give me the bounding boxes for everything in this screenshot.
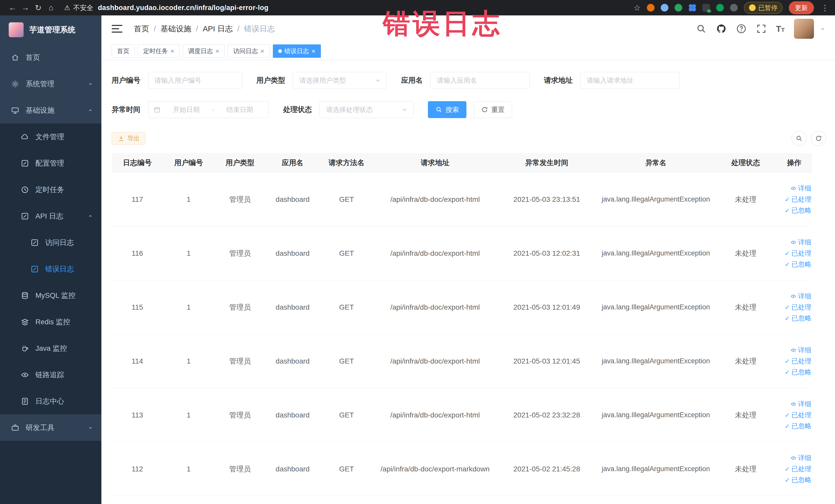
close-icon[interactable]: × [216,48,219,55]
sidebar-toggle-icon[interactable] [111,25,122,33]
browser-reload-icon[interactable]: ↻ [32,3,45,13]
cell-log-id: 112 [111,465,163,473]
sidebar-item-file-management[interactable]: 文件管理 [0,123,101,150]
tabs-bar: 首页 定时任务 × 调度日志 × 访问日志 × 错误日志 × [101,42,835,60]
date-range-picker[interactable]: 开始日期 - 结束日期 [148,101,269,118]
calendar-icon [154,106,161,113]
ignored-link[interactable]: ✓已忽略 [785,314,811,323]
tab-label: 错误日志 [284,47,309,55]
ignored-link[interactable]: ✓已忽略 [785,422,811,430]
tab-dispatch-logs[interactable]: 调度日志 × [183,44,225,58]
sidebar-item-access-logs[interactable]: 访问日志 [0,229,101,256]
reset-button[interactable]: 重置 [474,101,512,118]
extension-icon-4[interactable] [688,4,696,12]
table-row: 115 1 管理员 dashboard GET /api/infra/db-do… [111,280,812,334]
tab-access-logs[interactable]: 访问日志 × [228,44,269,58]
sidebar-item-infrastructure[interactable]: 基础设施 [0,97,101,123]
close-icon[interactable]: × [170,48,174,55]
security-chip[interactable]: ⚠ 不安全 [64,3,93,12]
avatar[interactable] [794,19,814,39]
extension-icon-6[interactable] [716,4,724,12]
sidebar-item-config-management[interactable]: 配置管理 [0,150,101,176]
tab-error-logs[interactable]: 错误日志 × [273,44,321,58]
select-placeholder: 请选择用户类型 [299,76,346,85]
help-icon[interactable] [736,23,747,34]
toggle-search-button[interactable] [792,131,807,146]
sidebar-item-dev-tools[interactable]: 研发工具 [0,415,101,441]
start-date-field[interactable]: 开始日期 [163,105,210,114]
app-name-input[interactable] [430,72,530,89]
paused-extension-button[interactable]: 已暂停 [744,2,782,14]
close-icon[interactable]: × [260,48,264,55]
export-button-label: 导出 [127,134,140,142]
ignored-link[interactable]: ✓已忽略 [785,260,811,269]
cell-status: 未处理 [715,302,776,312]
address-bar[interactable]: dashboard.yudao.iocoder.cn/infra/log/api… [98,4,268,12]
github-icon[interactable] [716,23,727,34]
close-icon[interactable]: × [312,48,315,55]
refresh-table-button[interactable] [811,131,826,146]
sidebar-item-home[interactable]: 首页 [0,44,101,70]
detail-link[interactable]: 详细 [790,292,811,301]
browser-home-icon[interactable]: ⌂ [45,3,58,12]
browser-back-icon[interactable]: ← [6,3,19,12]
process-status-select[interactable]: 请选择处理状态 [320,101,413,118]
processed-link[interactable]: ✓已处理 [785,303,811,312]
request-url-input[interactable] [581,72,679,89]
processed-link[interactable]: ✓已处理 [785,464,811,473]
user-type-select[interactable]: 请选择用户类型 [293,72,387,89]
tab-scheduled-jobs[interactable]: 定时任务 × [138,44,180,58]
export-button[interactable]: 导出 [111,132,145,145]
cell-log-id: 114 [111,357,163,365]
detail-link[interactable]: 详细 [790,453,811,462]
sidebar-item-api-logs[interactable]: API 日志 [0,203,101,229]
cell-actions: 详细 ✓已处理 ✓已忽略 [776,400,812,430]
extension-icon-7[interactable] [730,4,738,12]
search-button[interactable]: 搜索 [428,101,466,118]
processed-link[interactable]: ✓已处理 [785,249,811,258]
search-icon[interactable] [696,23,707,34]
detail-link[interactable]: 详细 [790,400,811,408]
user-id-input[interactable] [148,72,242,89]
ignored-link[interactable]: ✓已忽略 [785,368,811,377]
detail-link[interactable]: 详细 [790,238,811,247]
cell-request-url: /api/infra/db-doc/export-html [373,303,497,311]
sidebar-item-trace[interactable]: 链路追踪 [0,362,101,388]
processed-link[interactable]: ✓已处理 [785,195,811,204]
extension-icon-3[interactable] [675,4,682,12]
extension-icon-5[interactable] [702,4,710,12]
tab-home[interactable]: 首页 [111,44,135,58]
detail-link[interactable]: 详细 [790,346,811,355]
sidebar-item-system-management[interactable]: 系统管理 [0,70,101,97]
sidebar-item-mysql-monitor[interactable]: MySQL 监控 [0,282,101,309]
extension-icon-1[interactable] [647,4,655,12]
error-log-table: 日志编号 用户编号 用户类型 应用名 请求方法名 请求地址 异常发生时间 异常名… [111,153,812,496]
app-logo-image [9,22,24,37]
browser-menu-icon[interactable]: ⋮ [821,3,829,12]
avatar-caret-icon[interactable] [820,26,826,32]
end-date-field[interactable]: 结束日期 [216,105,263,114]
sidebar-item-java-monitor[interactable]: Java 监控 [0,335,101,362]
sidebar-item-redis-monitor[interactable]: Redis 监控 [0,309,101,335]
breadcrumb-api-logs[interactable]: API 日志 [203,24,233,34]
detail-link[interactable]: 详细 [790,184,811,193]
breadcrumb-home[interactable]: 首页 [134,24,149,34]
processed-link[interactable]: ✓已处理 [785,410,811,420]
extension-icon-2[interactable] [661,4,668,12]
sidebar-item-scheduled-jobs[interactable]: 定时任务 [0,176,101,203]
ignored-link[interactable]: ✓已忽略 [785,206,811,215]
browser-forward-icon[interactable]: → [19,3,32,12]
cell-status: 未处理 [715,248,776,258]
bookmark-star-icon[interactable]: ☆ [633,3,641,13]
sidebar-item-log-center[interactable]: 日志中心 [0,388,101,415]
sidebar-item-error-logs[interactable]: 错误日志 [0,256,101,282]
briefcase-icon [11,423,20,432]
font-size-icon[interactable]: TT [776,24,785,34]
processed-link[interactable]: ✓已处理 [785,357,811,366]
fullscreen-icon[interactable] [756,23,767,34]
column-header: 请求方法名 [320,158,373,168]
breadcrumb-infrastructure[interactable]: 基础设施 [160,24,191,34]
process-status-label: 处理状态 [283,105,312,115]
browser-update-button[interactable]: 更新 [789,1,814,14]
ignored-link[interactable]: ✓已忽略 [785,476,811,484]
